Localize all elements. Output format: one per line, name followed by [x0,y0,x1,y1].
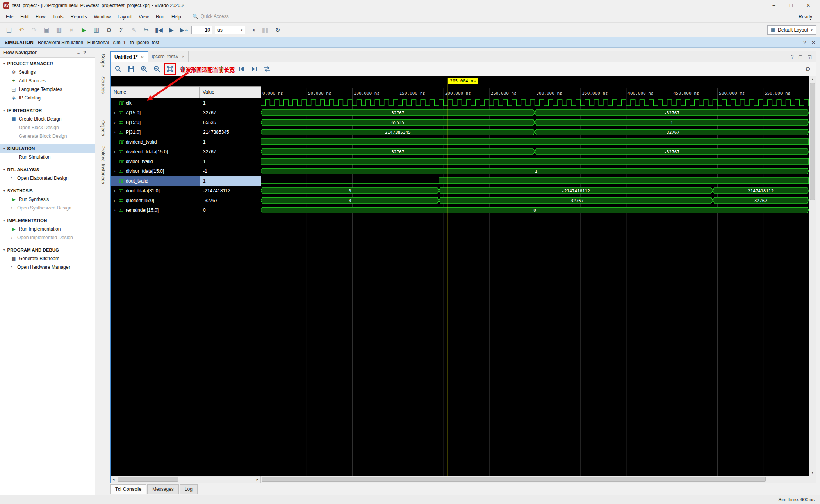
side-tab-sources[interactable]: Sources [98,73,108,97]
signal-name-cell[interactable]: ›dividend_tdata[15:0] [111,147,200,156]
nav-item-run-implementation[interactable]: ▶Run Implementation [0,225,95,233]
nav-section-header-implementation[interactable]: ▾IMPLEMENTATION [0,216,95,225]
signal-value-cell[interactable]: 65535 [200,117,261,127]
close-button[interactable]: ✕ [800,0,817,11]
signal-row-dividend-tvalid[interactable]: dividend_tvalid1 [111,137,261,147]
signal-name-cell[interactable]: ›divisor_tdata[15:0] [111,166,200,176]
edit-icon[interactable]: ✎ [129,25,139,35]
name-column-header[interactable]: Name [111,87,200,98]
zoom-out-icon[interactable] [152,64,162,74]
signal-value-cell[interactable]: 32767 [200,108,261,117]
nav-item-run-simulation[interactable]: Run Simulation [0,153,95,161]
save-icon[interactable]: ▤ [4,25,14,35]
delete-icon[interactable]: × [66,25,77,35]
signal-value-cell[interactable]: 0 [200,205,261,215]
signal-name-cell[interactable]: ›remainder[15:0] [111,205,200,215]
nav-section-header-rtl-analysis[interactable]: ▾RTL ANALYSIS [0,165,95,174]
signal-row-dividend-tdata-15-0[interactable]: ›dividend_tdata[15:0]32767 [111,147,261,156]
nav-item-generate-bitstream[interactable]: ▩Generate Bitstream [0,254,95,263]
console-tab-tcl-console[interactable]: Tcl Console [110,484,146,494]
nav-item-ip-catalog[interactable]: ◈IP Catalog [0,94,95,102]
menu-view[interactable]: View [135,12,152,21]
navigator-help-icon[interactable]: ? [83,50,86,55]
signal-row-a-15-0[interactable]: ›A[15:0]32767 [111,108,261,117]
nav-item-open-block-design[interactable]: Open Block Design [0,123,95,132]
zoom-fit-icon[interactable] [165,64,175,74]
console-tab-messages[interactable]: Messages [147,484,179,494]
signal-row-p-31-0[interactable]: ›P[31:0]2147385345 [111,127,261,137]
time-unit-select[interactable]: us ▾ [215,26,245,34]
signal-value-cell[interactable]: 1 [200,176,261,186]
side-tab-protocol-instances[interactable]: Protocol Instances [98,142,108,187]
run-all-icon[interactable]: ▶ [166,25,176,35]
nav-item-settings[interactable]: ⚙Settings [0,68,95,76]
signal-row-dout-tdata-31-0[interactable]: ›dout_tdata[31:0]-2147418112 [111,186,261,195]
zoom-in-icon[interactable] [139,64,149,74]
menu-help[interactable]: Help [168,12,185,21]
vertical-scrollbar[interactable]: ▴ ▾ [809,76,816,476]
wave-horizontal-scrollbar[interactable] [261,476,809,483]
navigator-minimize-icon[interactable]: – [89,50,92,55]
nav-item-open-hardware-manager[interactable]: ›Open Hardware Manager [0,263,95,272]
float-window-icon[interactable]: ▢ [798,54,802,60]
wave-help-icon[interactable]: ? [791,54,794,60]
run-icon[interactable]: ▶ [79,25,89,35]
signal-value-cell[interactable]: 1 [200,156,261,166]
wave-scroll-thumb[interactable] [262,477,766,482]
scroll-up-icon[interactable]: ▴ [809,76,816,82]
find-icon[interactable] [114,64,123,74]
sum-icon[interactable]: Σ [116,25,127,35]
signal-name-cell[interactable]: ›A[15:0] [111,108,200,117]
wave-canvas[interactable]: 0.000 ns50.000 ns100.000 ns150.000 ns200… [261,76,809,476]
names-horizontal-scrollbar[interactable]: ◂ ▸ [111,476,261,483]
nav-section-header-project-manager[interactable]: ▾PROJECT MANAGER [0,59,95,68]
tab-close-icon[interactable]: × [141,55,143,59]
settings-icon[interactable]: ⚙ [104,25,114,35]
minimize-button[interactable]: – [765,0,783,11]
nav-item-run-synthesis[interactable]: ▶Run Synthesis [0,195,95,204]
nav-section-header-simulation[interactable]: ▾SIMULATION [0,144,95,153]
swap-cursors-icon[interactable] [262,64,272,74]
scroll-right-icon[interactable]: ▸ [254,477,260,481]
signal-value-cell[interactable]: 1 [200,98,261,108]
previous-transition-icon[interactable] [191,64,200,74]
names-scroll-thumb[interactable] [118,477,178,482]
board-icon[interactable]: ▦ [91,25,102,35]
scroll-left-icon[interactable]: ◂ [111,477,117,481]
scroll-down-icon[interactable]: ▾ [809,469,816,476]
nav-item-open-elaborated-design[interactable]: ›Open Elaborated Design [0,174,95,183]
quick-access-search[interactable]: 🔍 Quick Access [191,13,250,20]
menu-file[interactable]: File [2,12,17,21]
signal-value-cell[interactable]: -32767 [200,195,261,205]
maximize-button[interactable]: □ [783,0,800,11]
go-to-last-time-icon[interactable] [250,64,259,74]
context-help-icon[interactable]: ? [803,40,806,45]
context-close-icon[interactable]: ✕ [811,40,815,45]
nav-item-open-synthesized-design[interactable]: ›Open Synthesized Design [0,204,95,212]
side-tab-scope[interactable]: Scope [98,51,108,70]
signal-row-b-15-0[interactable]: ›B[15:0]65535 [111,117,261,127]
signal-row-quotient-15-0[interactable]: ›quotient[15:0]-32767 [111,195,261,205]
menu-reports[interactable]: Reports [67,12,90,21]
zoom-to-cursor-icon[interactable] [178,64,187,74]
layout-select[interactable]: ▦ Default Layout ▾ [767,25,816,35]
signal-value-cell[interactable]: 1 [200,137,261,147]
run-for-time-icon[interactable]: ▶⌁ [179,25,189,35]
undo-icon[interactable]: ↶ [16,25,27,35]
tab-close-icon[interactable]: × [182,54,184,59]
pause-icon[interactable]: ▮▮ [260,25,270,35]
signal-name-cell[interactable]: ›P[31:0] [111,127,200,137]
menu-flow[interactable]: Flow [32,12,49,21]
wave-settings-icon[interactable]: ⚙ [803,64,813,74]
signal-row-divisor-tvalid[interactable]: divisor_tvalid1 [111,156,261,166]
signal-row-clk[interactable]: clk1 [111,98,261,108]
add-marker-icon[interactable] [217,64,226,74]
side-tab-objects[interactable]: Objects [98,117,108,139]
nav-item-add-sources[interactable]: +Add Sources [0,76,95,85]
signal-row-dout-tvalid[interactable]: dout_tvalid1 [111,176,261,186]
signal-name-cell[interactable]: divisor_tvalid [111,156,200,166]
nav-item-generate-block-design[interactable]: Generate Block Design [0,132,95,140]
run-time-input[interactable] [191,26,212,34]
nav-item-create-block-design[interactable]: ▦Create Block Design [0,115,95,123]
signal-row-remainder-15-0[interactable]: ›remainder[15:0]0 [111,205,261,215]
